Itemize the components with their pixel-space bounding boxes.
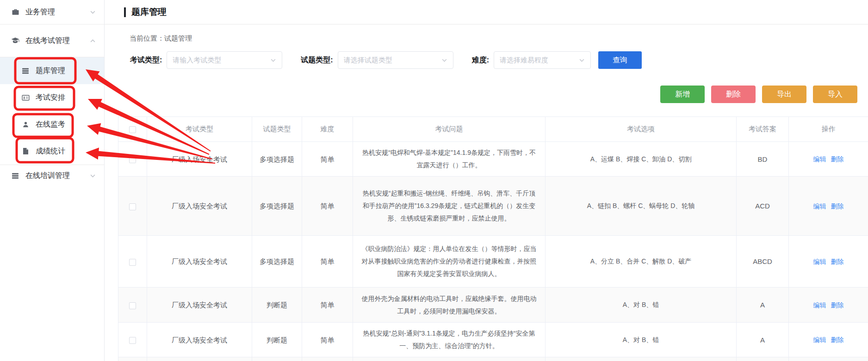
cell-exam-type: 厂级入场安全考试 <box>147 236 252 288</box>
cell-question: 热机安规“起重和搬运-钢丝绳、纤维绳、吊钩、滑车、千斤顶和手拉葫芦的使用”16.… <box>353 177 546 236</box>
cell-difficulty: 简单 <box>302 177 353 236</box>
delete-link[interactable]: 删除 <box>831 202 844 210</box>
cell-difficulty: 简单 <box>302 236 353 288</box>
sidebar-item-label: 考试安排 <box>36 93 65 103</box>
export-button[interactable]: 导出 <box>762 86 806 103</box>
table-row-partial <box>118 357 868 361</box>
cell-options: A、运煤 B、焊接 C、卸油 D、切割 <box>546 142 737 177</box>
cell-answer: A <box>737 288 789 323</box>
cell-answer: A <box>737 323 789 357</box>
sidebar-item-question-bank-management[interactable]: 题库管理 <box>0 57 104 84</box>
table-row: 厂级入场安全考试 判断题 简单 热机安规“总则-通则”3.1.1条规定，电力生产… <box>118 323 868 357</box>
edit-link[interactable]: 编辑 <box>813 336 826 343</box>
cell-difficulty: 简单 <box>302 323 353 357</box>
sidebar-item-online-training-management[interactable]: 在线培训管理 <box>0 165 104 186</box>
sidebar-item-label: 业务管理 <box>25 7 55 17</box>
table-row: 厂级入场安全考试 判断题 简单 使用外壳为金属材料的电动工具时，应戴绝缘手套。使… <box>118 288 868 323</box>
table-row: 厂级入场安全考试 多项选择题 简单 热机安规“电焊和气焊-基本规定”14.1.9… <box>118 142 868 177</box>
delete-button[interactable]: 删除 <box>711 86 756 103</box>
cell-answer: ABCD <box>737 236 789 288</box>
sidebar-item-exam-schedule[interactable]: 考试安排 <box>0 84 104 111</box>
question-type-select[interactable]: 请选择试题类型 <box>338 51 453 69</box>
sidebar-item-business-management[interactable]: 业务管理 <box>0 0 104 24</box>
table-row: 厂级入场安全考试 多项选择题 简单 《职业病防治法》规定：用人单位在发生（）等情… <box>118 236 868 288</box>
sidebar-item-label: 在线考试管理 <box>25 36 70 46</box>
difficulty-select[interactable]: 请选择难易程度 <box>494 51 591 69</box>
cell-question-type: 判断题 <box>252 323 302 357</box>
column-header-operation: 操作 <box>789 117 868 142</box>
column-header-exam-type: 考试类型 <box>147 117 252 142</box>
import-button[interactable]: 导入 <box>813 86 857 103</box>
cell-exam-type: 厂级入场安全考试 <box>147 288 252 323</box>
column-header-difficulty: 难度 <box>302 117 353 142</box>
row-checkbox[interactable] <box>129 259 136 266</box>
cell-difficulty: 简单 <box>302 288 353 323</box>
question-type-placeholder: 请选择试题类型 <box>344 56 441 65</box>
column-header-answer: 考试答案 <box>737 117 789 142</box>
app-root: 业务管理 在线考试管理 题库管理 考试安排 <box>0 0 868 361</box>
row-checkbox[interactable] <box>129 156 136 163</box>
cell-question: 热机安规“电焊和气焊-基本规定”14.1.9条规定，下雨雪时，不宜露天进行（）工… <box>353 142 546 177</box>
cell-question-type: 多项选择题 <box>252 177 302 236</box>
row-checkbox[interactable] <box>129 337 136 344</box>
chevron-up-icon <box>90 38 96 44</box>
cell-exam-type: 厂级入场安全考试 <box>147 323 252 357</box>
header-divider <box>105 24 868 24</box>
cell-options: A、对 B、错 <box>546 288 737 323</box>
add-button[interactable]: 新增 <box>660 86 705 103</box>
cell-options: A、分立 B、合并 C、解散 D、破产 <box>546 236 737 288</box>
cell-question-type: 多项选择题 <box>252 236 302 288</box>
question-table-container: 考试类型 试题类型 难度 考试问题 考试选项 考试答案 操作 厂级入场安全考试 … <box>105 116 868 361</box>
sidebar: 业务管理 在线考试管理 题库管理 考试安排 <box>0 0 105 361</box>
sidebar-item-online-exam-management[interactable]: 在线考试管理 <box>0 24 104 57</box>
delete-link[interactable]: 删除 <box>831 258 844 265</box>
difficulty-placeholder: 请选择难易程度 <box>500 56 579 65</box>
sidebar-item-label: 在线培训管理 <box>25 171 70 181</box>
column-header-question: 考试问题 <box>353 117 546 142</box>
question-table: 考试类型 试题类型 难度 考试问题 考试选项 考试答案 操作 厂级入场安全考试 … <box>118 116 868 361</box>
filter-label-question-type: 试题类型: <box>301 55 333 65</box>
search-button[interactable]: 查询 <box>598 51 642 69</box>
filter-label-exam-type: 考试类型: <box>130 55 162 65</box>
delete-link[interactable]: 删除 <box>831 336 844 343</box>
edit-link[interactable]: 编辑 <box>813 301 826 309</box>
chevron-down-icon <box>90 9 96 15</box>
row-checkbox[interactable] <box>129 302 136 309</box>
row-checkbox[interactable] <box>129 203 136 210</box>
exam-type-select[interactable]: 请输入考试类型 <box>167 51 282 69</box>
main-content: 题库管理 当前位置：试题管理 考试类型: 请输入考试类型 试题类型: 请选择试题… <box>105 0 868 361</box>
cell-question: 热机安规“总则-通则”3.1.1条规定，电力生产必须坚持“安全第一、预防为主、综… <box>353 323 546 357</box>
toolbar: 新增 删除 导出 导入 <box>105 86 868 103</box>
filter-bar: 考试类型: 请输入考试类型 试题类型: 请选择试题类型 难度: 请选择难易程度 <box>105 51 868 69</box>
exam-type-placeholder: 请输入考试类型 <box>173 56 270 65</box>
edit-link[interactable]: 编辑 <box>813 155 826 163</box>
sidebar-item-label: 在线监考 <box>36 120 65 129</box>
briefcase-icon <box>11 8 19 16</box>
page-header: 题库管理 <box>124 6 868 18</box>
cell-difficulty: 简单 <box>302 142 353 177</box>
sidebar-item-label: 成绩统计 <box>36 147 65 156</box>
cell-question: 《职业病防治法》规定：用人单位在发生（）等情形时，应当对从事接触职业病危害的作业… <box>353 236 546 288</box>
table-header-row: 考试类型 试题类型 难度 考试问题 考试选项 考试答案 操作 <box>118 117 868 142</box>
select-all-checkbox[interactable] <box>129 126 136 133</box>
breadcrumb: 当前位置：试题管理 <box>105 34 868 43</box>
sidebar-item-score-statistics[interactable]: 成绩统计 <box>0 138 104 165</box>
graduation-cap-icon <box>11 37 19 44</box>
edit-link[interactable]: 编辑 <box>813 202 826 210</box>
title-accent-bar <box>124 7 126 17</box>
delete-link[interactable]: 删除 <box>831 301 844 309</box>
cell-answer: BD <box>737 142 789 177</box>
cell-question-type: 判断题 <box>252 288 302 323</box>
cell-question: 使用外壳为金属材料的电动工具时，应戴绝缘手套。使用电动工具时，必须同时使用漏电保… <box>353 288 546 323</box>
sidebar-item-label: 题库管理 <box>36 66 65 76</box>
document-icon <box>21 147 30 155</box>
column-header-question-type: 试题类型 <box>252 117 302 142</box>
sidebar-item-online-proctoring[interactable]: 在线监考 <box>0 111 104 138</box>
filter-label-difficulty: 难度: <box>472 55 489 65</box>
page-title: 题库管理 <box>131 6 167 18</box>
edit-link[interactable]: 编辑 <box>813 258 826 265</box>
cell-exam-type: 厂级入场安全考试 <box>147 142 252 177</box>
table-row: 厂级入场安全考试 多项选择题 简单 热机安规“起重和搬运-钢丝绳、纤维绳、吊钩、… <box>118 177 868 236</box>
delete-link[interactable]: 删除 <box>831 155 844 163</box>
stacked-bars-icon <box>21 67 30 74</box>
